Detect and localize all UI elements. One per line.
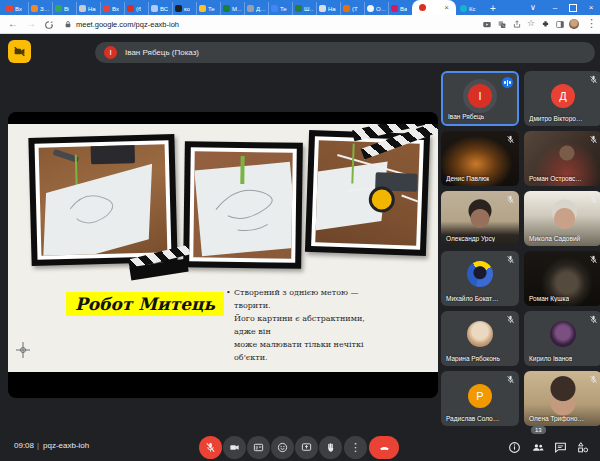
browser-tab[interactable]: Вх: [4, 2, 28, 15]
tab-favicon: [199, 5, 206, 12]
captions-button[interactable]: [247, 436, 270, 459]
mic-off-icon: [589, 255, 598, 264]
emoji-smile-icon: [277, 442, 288, 453]
browser-tab[interactable]: Д…: [244, 2, 268, 15]
tile-oleksandr[interactable]: Олександр Урсу: [441, 191, 519, 246]
participant-name: Михайло Бокат…: [446, 295, 499, 302]
active-tab-meet[interactable]: ×: [412, 0, 456, 15]
side-panel-icon[interactable]: [555, 20, 565, 29]
tab-label: Те: [280, 6, 287, 12]
tile-roman-ostrovskyi[interactable]: Роман Островс…: [524, 131, 600, 186]
browser-menu-icon[interactable]: ⋮: [586, 18, 597, 29]
tab-label: (Т: [352, 6, 358, 12]
camera-toggle-button[interactable]: [223, 436, 246, 459]
tile-denys[interactable]: Денис Павлюк: [441, 131, 519, 186]
browser-tab[interactable]: На: [316, 2, 340, 15]
end-call-icon: [378, 441, 391, 454]
participant-name: Олександр Урсу: [446, 235, 495, 242]
browser-tab[interactable]: Кс: [458, 2, 484, 15]
tab-label: Ш…: [304, 6, 314, 12]
tab-label: Ві: [64, 6, 69, 12]
tile-dmytro[interactable]: Д Дмитро Вікторо…: [524, 71, 600, 126]
forward-button[interactable]: →: [26, 17, 36, 31]
browser-tab[interactable]: Ш…: [292, 2, 316, 15]
browser-tab[interactable]: На: [76, 2, 100, 15]
mic-off-icon: [589, 195, 598, 204]
browser-tab[interactable]: Те: [268, 2, 292, 15]
mic-off-icon: [506, 135, 515, 144]
reactions-button[interactable]: [271, 436, 294, 459]
window-minimize-button[interactable]: –: [546, 0, 564, 15]
reload-button[interactable]: [44, 20, 54, 30]
tile-maryna[interactable]: Марина Рябоконь: [441, 311, 519, 366]
tile-kyrylo[interactable]: Кирило Іванов: [524, 311, 600, 366]
profile-avatar[interactable]: [569, 19, 579, 29]
share-icon[interactable]: [512, 20, 522, 29]
tab-favicon: [103, 5, 110, 12]
meeting-details-button[interactable]: [507, 440, 522, 455]
browser-tab[interactable]: Вх: [100, 2, 124, 15]
participants-button[interactable]: [530, 440, 545, 455]
browser-tab[interactable]: ВС: [148, 2, 172, 15]
captions-icon: [253, 442, 264, 453]
media-controls-icon[interactable]: [482, 20, 492, 29]
screen-share-stage: Робот Митець • Створений з однією метою …: [8, 112, 438, 398]
address-bar[interactable]: meet.google.com/pqz-eaxb-ioh: [76, 20, 179, 29]
browser-tab[interactable]: Те: [196, 2, 220, 15]
more-options-button[interactable]: ⋮: [344, 436, 367, 459]
bookmark-star-icon[interactable]: ☆: [527, 18, 535, 28]
tab-search-chevron-icon[interactable]: ∨: [524, 0, 542, 15]
chat-button[interactable]: [553, 440, 568, 455]
tile-olena[interactable]: Олена Трифоно…: [524, 371, 600, 426]
window-maximize-button[interactable]: [564, 0, 582, 15]
tab-label: Вх: [15, 6, 22, 12]
browser-tab[interactable]: О…: [364, 2, 388, 15]
back-button[interactable]: ←: [8, 17, 18, 31]
participant-name: Радислав Соло…: [446, 415, 499, 422]
meet-recording-favicon: [419, 4, 426, 11]
tab-favicon: [391, 5, 398, 12]
mic-off-icon: [589, 315, 598, 324]
presenter-label: Іван Рябець (Показ): [125, 48, 199, 57]
tab-label: Кс: [469, 6, 476, 12]
browser-tab[interactable]: (б: [124, 2, 148, 15]
tab-favicon: [223, 5, 230, 12]
presenter-avatar: І: [104, 46, 117, 59]
present-screen-button[interactable]: [295, 436, 318, 459]
tile-mykola[interactable]: Микола Садовий: [524, 191, 600, 246]
activities-button[interactable]: [575, 440, 590, 455]
translate-icon[interactable]: [497, 20, 507, 29]
tile-mykhailo[interactable]: Михайло Бокат…: [441, 251, 519, 306]
tab-label: О…: [376, 6, 386, 12]
browser-tab[interactable]: ко: [172, 2, 196, 15]
camera-off-warning-button[interactable]: [8, 40, 31, 63]
browser-tab[interactable]: Ва: [388, 2, 412, 15]
avatar-photo: [467, 321, 493, 347]
close-tab-icon[interactable]: ×: [444, 4, 449, 12]
window-close-button[interactable]: ×: [582, 0, 600, 15]
extensions-icon[interactable]: [541, 20, 550, 29]
avatar-letter: І: [468, 84, 492, 108]
tile-ivan-riabets[interactable]: І Іван Рябець: [441, 71, 519, 126]
raise-hand-button[interactable]: [319, 436, 342, 459]
leave-call-button[interactable]: [369, 436, 399, 459]
mic-off-icon: [205, 442, 216, 453]
speaking-indicator-icon: [502, 77, 513, 88]
new-tab-button[interactable]: +: [488, 2, 502, 15]
tile-radyslav[interactable]: Р Радислав Соло…: [441, 371, 519, 426]
tab-favicon: [127, 5, 134, 12]
tab-label: Ва: [400, 6, 407, 12]
tile-roman-kushka[interactable]: Роман Кушка: [524, 251, 600, 306]
videocam-icon: [229, 442, 240, 453]
tab-label: ко: [184, 6, 190, 12]
browser-tab-strip: Вх З… Ві На Вх (б ВС ко Те М… Д… Те Ш… Н…: [0, 0, 600, 15]
browser-tab[interactable]: З…: [28, 2, 52, 15]
browser-tab[interactable]: М…: [220, 2, 244, 15]
participant-name: Олена Трифоно…: [529, 415, 584, 422]
tab-favicon: [319, 5, 326, 12]
participant-name: Дмитро Вікторо…: [529, 115, 582, 122]
browser-tab[interactable]: Ві: [52, 2, 76, 15]
avatar-photo: [467, 261, 493, 287]
browser-tab[interactable]: (Т: [340, 2, 364, 15]
mic-toggle-button[interactable]: [199, 436, 222, 459]
